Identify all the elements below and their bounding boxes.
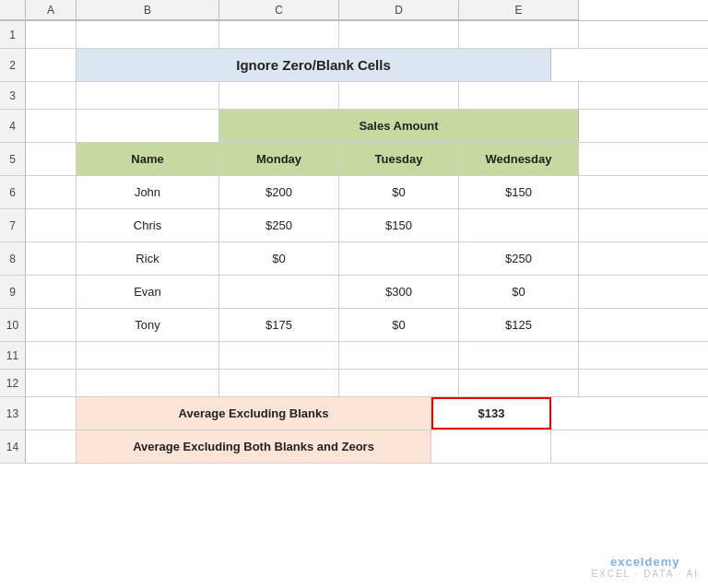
row-header-12: 12 xyxy=(0,370,26,397)
row-header-5: 5 xyxy=(0,143,26,176)
cell-12e[interactable] xyxy=(459,370,579,396)
cell-rick-tuesday[interactable] xyxy=(339,242,459,275)
cell-rick-monday[interactable]: $0 xyxy=(219,242,339,275)
col-wednesday-header: Wednesday xyxy=(459,143,579,175)
spreadsheet: A B C D E 1 2 3 4 5 6 7 8 9 10 11 12 13 … xyxy=(0,0,708,588)
col-name-header: Name xyxy=(77,143,219,175)
cell-rick-name[interactable]: Rick xyxy=(77,242,219,275)
row-header-9: 9 xyxy=(0,276,26,309)
row-13: Average Excluding Blanks $133 xyxy=(26,397,708,430)
avg-blanks-label: Average Excluding Blanks xyxy=(77,397,431,429)
row-6: John $200 $0 $150 xyxy=(26,176,708,209)
cell-6a[interactable] xyxy=(26,176,77,208)
cell-11c[interactable] xyxy=(219,342,339,369)
cell-chris-wednesday[interactable] xyxy=(459,209,579,241)
cell-5a[interactable] xyxy=(26,143,77,175)
cell-12d[interactable] xyxy=(339,370,459,396)
row-header-6: 6 xyxy=(0,176,26,209)
cell-john-monday[interactable]: $200 xyxy=(219,176,339,208)
cell-12a[interactable] xyxy=(26,370,77,396)
row-header-13: 13 xyxy=(0,397,26,430)
corner-cell xyxy=(0,0,26,20)
cell-3a[interactable] xyxy=(26,82,77,109)
row-header-10: 10 xyxy=(0,309,26,342)
cell-12c[interactable] xyxy=(219,370,339,396)
row-header-11: 11 xyxy=(0,342,26,370)
cell-7a[interactable] xyxy=(26,209,77,241)
cell-9a[interactable] xyxy=(26,276,77,308)
watermark: exceldemy EXCEL · DATA · AI xyxy=(591,555,699,579)
cell-1e[interactable] xyxy=(459,21,579,48)
row-1 xyxy=(26,21,708,49)
cell-1d[interactable] xyxy=(339,21,459,48)
col-header-c: C xyxy=(219,0,339,20)
cell-tony-name[interactable]: Tony xyxy=(77,309,219,341)
cell-3e[interactable] xyxy=(459,82,579,109)
col-headers-row: A B C D E xyxy=(0,0,708,21)
col-header-d: D xyxy=(339,0,459,20)
cell-chris-tuesday[interactable]: $150 xyxy=(339,209,459,241)
cell-11e[interactable] xyxy=(459,342,579,369)
title-cell: Ignore Zero/Blank Cells xyxy=(77,49,551,81)
cell-1c[interactable] xyxy=(219,21,339,48)
cell-10a[interactable] xyxy=(26,309,77,341)
cell-evan-monday[interactable] xyxy=(219,276,339,308)
cell-tony-tuesday[interactable]: $0 xyxy=(339,309,459,341)
cell-evan-tuesday[interactable]: $300 xyxy=(339,276,459,308)
cell-chris-monday[interactable]: $250 xyxy=(219,209,339,241)
row-header-3: 3 xyxy=(0,82,26,110)
row-header-14: 14 xyxy=(0,430,26,464)
cell-12b[interactable] xyxy=(77,370,219,396)
cell-3c[interactable] xyxy=(219,82,339,109)
cell-8a[interactable] xyxy=(26,242,77,275)
cell-11b[interactable] xyxy=(77,342,219,369)
avg-both-value[interactable] xyxy=(431,430,551,463)
row-header-4: 4 xyxy=(0,110,26,143)
row-7: Chris $250 $150 xyxy=(26,209,708,242)
cell-evan-wednesday[interactable]: $0 xyxy=(459,276,579,308)
row-header-2: 2 xyxy=(0,49,26,82)
cell-3b[interactable] xyxy=(77,82,219,109)
cell-john-tuesday[interactable]: $0 xyxy=(339,176,459,208)
spreadsheet-body: 1 2 3 4 5 6 7 8 9 10 11 12 13 14 xyxy=(0,21,708,464)
avg-blanks-value[interactable]: $133 xyxy=(431,397,551,429)
row-header-1: 1 xyxy=(0,21,26,49)
row-header-8: 8 xyxy=(0,242,26,276)
col-header-e: E xyxy=(459,0,579,20)
cell-4a[interactable] xyxy=(26,110,77,142)
row-4: Sales Amount xyxy=(26,110,708,143)
cell-tony-monday[interactable]: $175 xyxy=(219,309,339,341)
row-8: Rick $0 $250 xyxy=(26,242,708,276)
row-2: Ignore Zero/Blank Cells xyxy=(26,49,708,82)
cell-11a[interactable] xyxy=(26,342,77,369)
cell-13a[interactable] xyxy=(26,397,77,429)
cell-3d[interactable] xyxy=(339,82,459,109)
cell-11d[interactable] xyxy=(339,342,459,369)
col-monday-header: Monday xyxy=(219,143,339,175)
col-header-a: A xyxy=(26,0,77,20)
row-5: Name Monday Tuesday Wednesday xyxy=(26,143,708,176)
cell-tony-wednesday[interactable]: $125 xyxy=(459,309,579,341)
cell-john-wednesday[interactable]: $150 xyxy=(459,176,579,208)
cell-john-name[interactable]: John xyxy=(77,176,219,208)
cell-2a[interactable] xyxy=(26,49,77,81)
row-3 xyxy=(26,82,708,110)
row-headers: 1 2 3 4 5 6 7 8 9 10 11 12 13 14 xyxy=(0,21,26,464)
row-9: Evan $300 $0 xyxy=(26,276,708,309)
grid: Ignore Zero/Blank Cells Sales Amount Nam… xyxy=(26,21,708,464)
cell-chris-name[interactable]: Chris xyxy=(77,209,219,241)
cell-14a[interactable] xyxy=(26,430,77,463)
cell-1b[interactable] xyxy=(77,21,219,48)
sales-header-cell: Sales Amount xyxy=(219,110,579,142)
cell-4b[interactable] xyxy=(77,110,219,142)
avg-both-label: Average Excluding Both Blanks and Zeors xyxy=(77,430,431,463)
cell-rick-wednesday[interactable]: $250 xyxy=(459,242,579,275)
row-10: Tony $175 $0 $125 xyxy=(26,309,708,342)
cell-1a[interactable] xyxy=(26,21,77,48)
row-14: Average Excluding Both Blanks and Zeors xyxy=(26,430,708,464)
cell-evan-name[interactable]: Evan xyxy=(77,276,219,308)
row-12 xyxy=(26,370,708,397)
col-tuesday-header: Tuesday xyxy=(339,143,459,175)
col-header-b: B xyxy=(77,0,219,20)
row-11 xyxy=(26,342,708,370)
